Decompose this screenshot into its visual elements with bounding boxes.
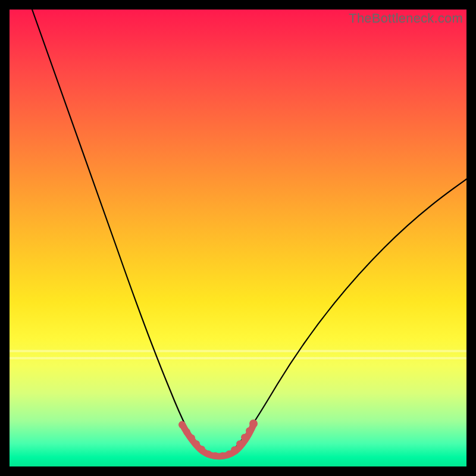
marker-dot: [212, 452, 219, 459]
marker-dot: [231, 446, 238, 453]
marker-dot-end: [249, 419, 258, 428]
chart-svg: [10, 10, 466, 466]
marker-dot: [246, 427, 253, 434]
marker-dot: [241, 434, 248, 441]
optimal-marker-layer: [178, 419, 258, 459]
curve-layer: [32, 10, 466, 456]
marker-dot: [188, 434, 195, 441]
chart-frame: TheBottleneck.com: [10, 10, 466, 466]
marker-dot: [236, 440, 243, 447]
left-curve: [32, 10, 217, 456]
marker-dot: [178, 421, 186, 428]
marker-dot: [219, 452, 226, 459]
marker-dot: [198, 446, 205, 453]
marker-dot: [205, 450, 212, 458]
marker-dot: [193, 440, 200, 447]
right-curve: [217, 179, 466, 456]
marker-dot: [183, 428, 190, 436]
